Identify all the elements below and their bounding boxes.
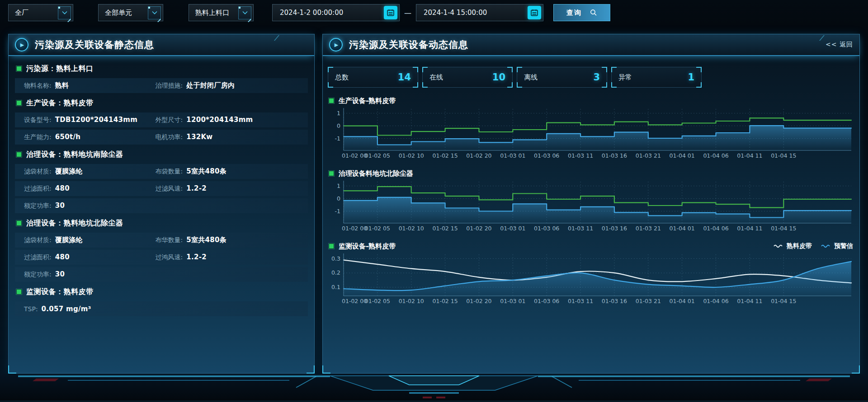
- svg-text:01-03 21: 01-03 21: [636, 225, 661, 232]
- field-value: 650t/h: [55, 133, 80, 141]
- play-icon: [329, 38, 343, 51]
- legend-item[interactable]: 预警信: [821, 242, 853, 250]
- chevron-down-icon[interactable]: [238, 6, 251, 19]
- wave-line-icon: [774, 244, 783, 248]
- stat-card: 在线 10: [422, 67, 513, 88]
- plant-select[interactable]: 全厂: [8, 4, 73, 21]
- section-header: 生产设备：熟料皮带: [17, 97, 308, 109]
- section-header: 监测设备：熟料皮带: [17, 286, 308, 298]
- stats-row: 总数 14 在线 10 离线 3 异常 1: [328, 67, 853, 88]
- field-value: 480: [55, 253, 70, 261]
- chart-title-row: 生产设备-熟料皮带: [329, 95, 853, 106]
- info-cell: TSP:0.057 mg/m³: [24, 305, 155, 313]
- start-datetime-input[interactable]: 2024-1-2 00:00:00: [272, 4, 400, 21]
- chevron-down-icon[interactable]: [58, 6, 71, 19]
- svg-text:01-02 10: 01-02 10: [399, 298, 424, 304]
- info-cell: 过滤风速:1.2-2: [155, 184, 303, 193]
- info-cell: 治理措施:处于封闭厂房内: [155, 81, 303, 90]
- field-label: 过滤面积:: [24, 185, 52, 193]
- chart-plot: 0.30.20.101-02 0001-02 0501-02 1001-02 1…: [329, 252, 854, 306]
- corner-bracket: [413, 82, 418, 88]
- legend-item[interactable]: 熟料皮带: [774, 242, 812, 250]
- corner-bracket: [611, 67, 617, 72]
- svg-text:-1: -1: [335, 208, 340, 215]
- field-value: 132Kw: [186, 133, 212, 141]
- info-row: 额定功率:30: [15, 267, 308, 282]
- static-info-list: 污染源：熟料上料口 物料名称:熟料治理措施:处于封闭厂房内 生产设备：熟料皮带 …: [9, 56, 314, 316]
- chevron-down-icon[interactable]: [148, 6, 161, 19]
- info-cell: 布华数量:5室共480条: [155, 236, 303, 244]
- field-label: TSP:: [24, 305, 38, 313]
- section-header: 治理设备：熟料地坑南除尘器: [17, 149, 308, 160]
- stat-value: 10: [492, 72, 505, 83]
- section-title: 生产设备：熟料皮带: [26, 98, 94, 108]
- legend-label: 预警信: [834, 242, 853, 250]
- field-label: 过鸿风速:: [155, 253, 183, 262]
- field-value: 处于封闭厂房内: [186, 81, 235, 90]
- section-title: 治理设备：熟料地坑南除尘器: [26, 150, 123, 159]
- plant-select-value: 全厂: [15, 9, 57, 17]
- field-label: 滤袋材质:: [24, 236, 52, 244]
- stat-card: 异常 1: [611, 67, 702, 88]
- corner-bracket: [328, 82, 333, 88]
- svg-text:01-02 15: 01-02 15: [432, 152, 458, 159]
- svg-text:01-04 15: 01-04 15: [771, 225, 796, 232]
- chart-block: 治理设备料地坑北除尘器 10-101-02 0001-02 0501-02 10…: [329, 168, 853, 233]
- stat-label: 离线: [524, 73, 538, 82]
- info-row: 设备型号:TDB1200*204143mm外型尺寸:1200*204143mm: [15, 112, 308, 127]
- end-datetime-input[interactable]: 2024-1-4 15:00:00: [416, 4, 543, 21]
- svg-text:01-03 01: 01-03 01: [500, 298, 525, 304]
- corner-bracket: [507, 82, 513, 88]
- chart-legend: 熟料皮带预警信: [774, 242, 853, 250]
- svg-text:01-03 06: 01-03 06: [534, 225, 559, 232]
- field-value: 5室共480条: [186, 236, 226, 244]
- source-select[interactable]: 熟料上料口: [189, 4, 254, 21]
- svg-text:01-02 00: 01-02 00: [342, 152, 367, 159]
- info-cell: 生产能力:650t/h: [24, 133, 155, 141]
- svg-text:01-02 15: 01-02 15: [432, 225, 458, 232]
- info-cell: 过滤面积:480: [24, 253, 155, 262]
- info-row: 生产能力:650t/h电机功率:132Kw: [15, 130, 308, 145]
- field-value: 0.057 mg/m³: [42, 305, 91, 313]
- svg-text:01-04 15: 01-04 15: [771, 152, 796, 159]
- green-square-icon: [17, 66, 21, 71]
- green-square-icon: [329, 98, 334, 103]
- back-button[interactable]: << 返回: [826, 41, 853, 49]
- play-icon: [15, 38, 28, 51]
- date-range-separator: —: [404, 9, 411, 17]
- field-value: TDB1200*204143mm: [55, 116, 137, 124]
- svg-text:01-02 15: 01-02 15: [432, 298, 458, 304]
- svg-text:01-04 11: 01-04 11: [737, 298, 762, 304]
- calendar-icon[interactable]: [384, 6, 397, 19]
- field-value: 覆膜涤纶: [55, 167, 83, 176]
- search-icon: [590, 9, 597, 16]
- svg-text:01-03 21: 01-03 21: [636, 298, 661, 304]
- svg-text:01-02 20: 01-02 20: [466, 152, 491, 159]
- svg-text:01-03 01: 01-03 01: [500, 225, 525, 232]
- info-cell: 过滤面积:480: [24, 184, 155, 193]
- info-row: 滤袋材质:覆膜涤纶布华数量:5室共480条: [15, 233, 308, 248]
- info-cell: 滤袋材质:覆膜涤纶: [24, 167, 155, 176]
- corner-bracket: [611, 82, 617, 88]
- chart-plot: 10-101-02 0001-02 0501-02 1001-02 1501-0…: [329, 179, 854, 233]
- corner-bracket: [507, 67, 513, 72]
- info-section: 监测设备：熟料皮带 TSP:0.057 mg/m³: [15, 286, 308, 316]
- svg-text:0.3: 0.3: [331, 255, 340, 262]
- svg-text:0.1: 0.1: [331, 284, 340, 290]
- corner-bracket: [696, 82, 702, 88]
- info-row: 过滤面积:480过鸿风速:1.2-2: [15, 250, 308, 265]
- calendar-icon[interactable]: [528, 6, 541, 19]
- section-title: 污染源：熟料上料口: [26, 64, 94, 74]
- corner-bracket: [413, 67, 418, 72]
- svg-text:01-03 11: 01-03 11: [568, 152, 593, 159]
- field-label: 额定功率:: [24, 271, 52, 279]
- query-button[interactable]: 查询: [553, 4, 610, 21]
- source-select-value: 熟料上料口: [195, 9, 237, 17]
- field-label: 物料名称:: [24, 82, 52, 90]
- dynamic-panel-title: 污染源及关联设备动态信息: [349, 38, 468, 51]
- chart-title-row: 治理设备料地坑北除尘器: [329, 168, 853, 179]
- static-panel-title: 污染源及关联设备静态信息: [35, 38, 154, 51]
- unit-select[interactable]: 全部单元: [98, 4, 163, 21]
- svg-text:01-02 20: 01-02 20: [466, 225, 491, 232]
- dynamic-info-panel: 污染源及关联设备动态信息 << 返回 总数 14 在线 10 离线 3 异常 1: [322, 34, 860, 374]
